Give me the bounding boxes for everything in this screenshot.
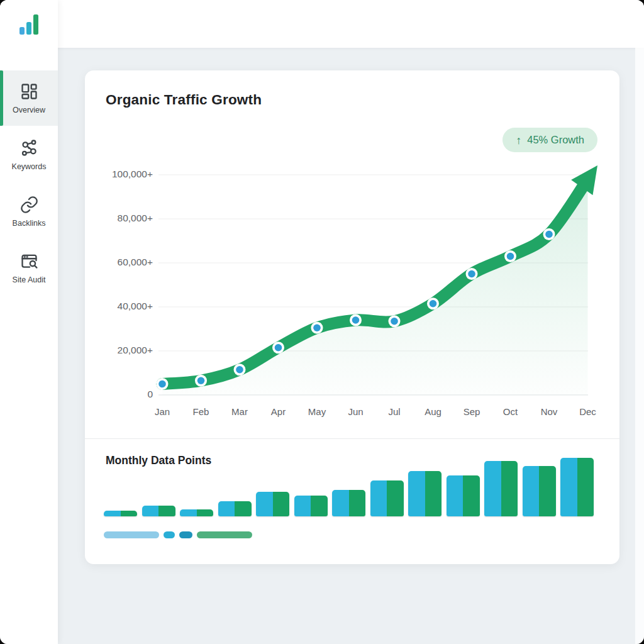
bar-half — [235, 501, 252, 516]
bar-pair — [180, 509, 213, 516]
link-icon — [19, 195, 39, 214]
bar-pair — [332, 490, 365, 516]
bar-half — [408, 471, 425, 516]
sidebar: Overview Keywords Backlinks — [0, 0, 58, 644]
x-axis-tick-label: Mar — [231, 406, 248, 417]
legend-pill-cyan — [164, 531, 175, 538]
x-axis-tick-label: Oct — [503, 406, 518, 417]
top-bar — [0, 0, 644, 48]
bar-half — [577, 458, 594, 516]
traffic-card: Organic Traffic Growth ↑ 45% Growth 100,… — [85, 70, 619, 564]
bar-half — [370, 480, 387, 516]
site-audit-icon — [19, 252, 39, 271]
sidebar-item-overview[interactable]: Overview — [0, 70, 58, 126]
sidebar-item-label: Keywords — [12, 162, 47, 171]
bar-pair — [408, 471, 441, 516]
bar-half — [484, 461, 501, 516]
bar-pair — [256, 492, 289, 516]
dashboard-icon — [19, 82, 39, 101]
x-axis-tick-label: Jan — [155, 406, 170, 417]
bar-half — [447, 475, 464, 516]
bar-half — [158, 506, 175, 516]
data-point — [313, 324, 321, 331]
bar-half — [197, 509, 214, 516]
bar-half — [501, 461, 518, 516]
legend-pill-light-blue — [104, 531, 159, 538]
data-point — [545, 231, 553, 238]
bar-half — [332, 490, 349, 516]
legend-pill-teal — [179, 531, 192, 538]
bar-pair — [560, 458, 594, 516]
bar-half — [121, 511, 138, 516]
bar-pair — [484, 461, 518, 516]
bar-pair — [523, 466, 556, 516]
bar-half — [387, 480, 404, 516]
keywords-network-icon — [19, 138, 39, 158]
x-axis-tick-label: Apr — [271, 406, 286, 417]
sidebar-item-label: Site Audit — [13, 275, 46, 284]
x-axis-tick-label: Jun — [348, 406, 363, 417]
sidebar-item-label: Overview — [13, 106, 45, 114]
bar-half — [539, 466, 556, 516]
bar-half — [311, 496, 328, 516]
section-divider — [85, 438, 619, 439]
bar-chart-logo-icon — [19, 14, 38, 35]
area-fill — [162, 179, 588, 395]
x-axis-tick-label: Aug — [425, 406, 441, 417]
right-edge-strip — [635, 0, 644, 644]
data-point — [236, 366, 243, 374]
data-point — [158, 380, 166, 388]
bar-pair — [218, 501, 252, 516]
data-point — [468, 270, 475, 278]
sidebar-item-keywords[interactable]: Keywords — [0, 127, 58, 182]
x-axis-tick-label: Jul — [388, 406, 400, 417]
bar-half — [294, 496, 311, 516]
legend-pill-green — [197, 531, 252, 538]
bar-pair — [104, 511, 137, 516]
x-axis-tick-label: Feb — [193, 406, 209, 417]
sidebar-item-backlinks[interactable]: Backlinks — [0, 184, 58, 239]
data-point — [275, 344, 282, 352]
bar-pair — [370, 480, 404, 516]
bar-chart — [104, 453, 594, 516]
bar-half — [463, 475, 480, 516]
bar-pair — [294, 496, 328, 516]
data-point — [391, 318, 398, 325]
x-axis-tick-label: May — [308, 406, 326, 417]
bar-half — [349, 490, 366, 516]
data-point — [352, 316, 360, 324]
bar-half — [560, 458, 577, 516]
line-chart-svg — [85, 70, 619, 438]
bar-half — [218, 501, 235, 516]
bar-pair — [142, 506, 175, 516]
bar-half — [256, 492, 273, 516]
data-point — [507, 253, 514, 260]
legend-pills — [104, 531, 252, 538]
sidebar-item-label: Backlinks — [13, 219, 46, 228]
data-point — [197, 377, 205, 384]
bar-half — [104, 511, 121, 516]
line-chart: 100,000+80,000+60,000+40,000+20,000+0Jan… — [85, 70, 619, 438]
x-axis-tick-label: Dec — [579, 406, 596, 417]
bar-pair — [447, 475, 480, 516]
bar-half — [523, 466, 540, 516]
data-point — [430, 300, 437, 308]
x-axis-tick-label: Sep — [464, 406, 480, 417]
app-window: Overview Keywords Backlinks — [0, 0, 644, 644]
bar-half — [273, 492, 290, 516]
sidebar-item-site-audit[interactable]: Site Audit — [0, 240, 58, 296]
bar-half — [142, 506, 159, 516]
bar-half — [180, 509, 197, 516]
bar-half — [425, 471, 442, 516]
x-axis-tick-label: Nov — [541, 406, 558, 417]
